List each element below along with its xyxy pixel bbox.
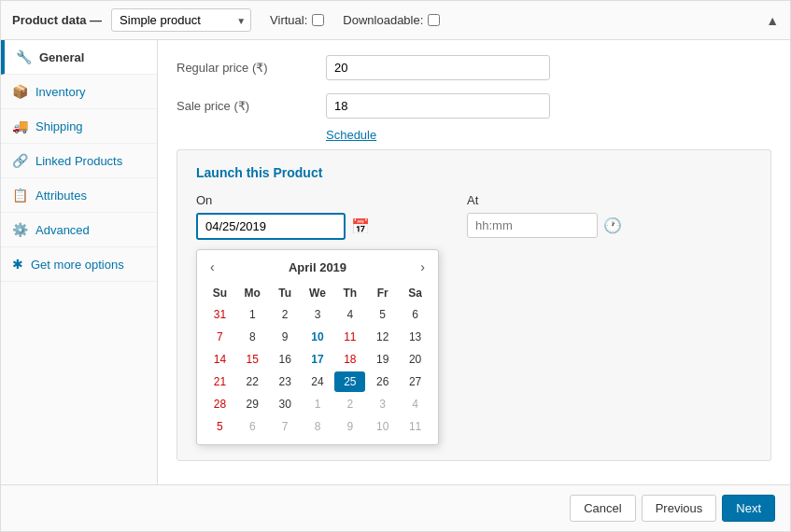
cal-day[interactable]: 16 bbox=[270, 349, 301, 370]
cal-day[interactable]: 10 bbox=[367, 416, 398, 437]
time-input-wrapper: 🕐 bbox=[467, 213, 624, 238]
cal-day[interactable]: 29 bbox=[237, 394, 268, 414]
inventory-icon: 📦 bbox=[12, 84, 28, 99]
cal-day[interactable]: 5 bbox=[367, 304, 398, 325]
next-button[interactable]: Next bbox=[722, 495, 775, 522]
day-header-su: Su bbox=[205, 284, 235, 302]
cal-day[interactable]: 4 bbox=[400, 394, 431, 414]
cal-day[interactable]: 9 bbox=[270, 327, 301, 347]
date-column: On 📅 ‹ April 2019 › bbox=[196, 193, 439, 445]
calendar-prev-btn[interactable]: ‹ bbox=[205, 258, 220, 276]
cal-day[interactable]: 6 bbox=[400, 304, 431, 325]
cal-day[interactable]: 1 bbox=[303, 394, 333, 414]
calendar-month-label: April 2019 bbox=[289, 260, 346, 274]
cal-day[interactable]: 17 bbox=[303, 349, 333, 370]
cal-day[interactable]: 9 bbox=[334, 416, 365, 437]
cal-day[interactable]: 31 bbox=[205, 304, 235, 325]
sidebar-item-inventory[interactable]: 📦 Inventory bbox=[1, 75, 157, 109]
cal-day[interactable]: 21 bbox=[205, 371, 235, 392]
cal-day[interactable]: 22 bbox=[237, 371, 268, 392]
sidebar-item-advanced[interactable]: ⚙️ Advanced bbox=[1, 213, 157, 247]
linked-products-icon: 🔗 bbox=[12, 153, 28, 168]
cal-day[interactable]: 13 bbox=[400, 327, 431, 347]
sidebar-item-shipping-label: Shipping bbox=[35, 119, 83, 133]
cal-day[interactable]: 1 bbox=[237, 304, 268, 325]
cal-day[interactable]: 8 bbox=[303, 416, 333, 437]
sidebar-item-linked-products[interactable]: 🔗 Linked Products bbox=[1, 144, 157, 178]
cal-day[interactable]: 19 bbox=[367, 349, 398, 370]
date-input[interactable] bbox=[196, 213, 346, 240]
cal-day[interactable]: 7 bbox=[205, 327, 235, 347]
cal-day[interactable]: 18 bbox=[334, 349, 365, 370]
product-type-select[interactable]: Simple product Variable product Grouped … bbox=[111, 8, 251, 32]
schedule-link[interactable]: Schedule bbox=[326, 128, 771, 142]
sidebar-item-general-label: General bbox=[39, 50, 84, 64]
calendar-next-btn[interactable]: › bbox=[415, 258, 431, 276]
sale-price-label: Sale price (₹) bbox=[177, 99, 326, 113]
cal-day-today[interactable]: 25 bbox=[334, 371, 365, 392]
sidebar-item-more-options-label: Get more options bbox=[31, 258, 124, 272]
calendar-grid: Su Mo Tu We Th Fr Sa 31 1 2 bbox=[205, 284, 431, 437]
cal-day[interactable]: 8 bbox=[237, 327, 268, 347]
sidebar-item-shipping[interactable]: 🚚 Shipping bbox=[1, 109, 157, 144]
date-input-wrapper: 📅 bbox=[196, 213, 439, 240]
time-column: At 🕐 bbox=[467, 193, 624, 238]
downloadable-checkbox[interactable] bbox=[428, 14, 440, 26]
virtual-checkbox[interactable] bbox=[312, 14, 324, 26]
cal-day[interactable]: 26 bbox=[367, 371, 398, 392]
cal-day[interactable]: 5 bbox=[205, 416, 235, 437]
cal-day[interactable]: 6 bbox=[237, 416, 268, 437]
cal-day[interactable]: 15 bbox=[237, 349, 268, 370]
cal-day[interactable]: 3 bbox=[367, 394, 398, 414]
product-data-label: Product data — bbox=[12, 13, 102, 27]
calendar-container: ‹ April 2019 › Su Mo Tu We Th bbox=[196, 249, 439, 445]
cal-day[interactable]: 4 bbox=[334, 304, 365, 325]
cal-day[interactable]: 27 bbox=[400, 371, 431, 392]
virtual-label: Virtual: bbox=[270, 13, 307, 27]
day-header-we: We bbox=[303, 284, 333, 302]
sidebar: 🔧 General 📦 Inventory 🚚 Shipping 🔗 Linke… bbox=[1, 40, 158, 484]
launch-section: Launch this Product On 📅 ‹ April 2019 bbox=[177, 149, 771, 461]
calendar-header: ‹ April 2019 › bbox=[205, 258, 431, 276]
expand-button[interactable]: ▲ bbox=[766, 13, 779, 28]
cal-day[interactable]: 11 bbox=[400, 416, 431, 437]
day-header-fr: Fr bbox=[367, 284, 398, 302]
cancel-button[interactable]: Cancel bbox=[570, 495, 635, 522]
sale-price-row: Sale price (₹) bbox=[177, 93, 771, 119]
day-header-th: Th bbox=[334, 284, 365, 302]
cal-day[interactable]: 20 bbox=[400, 349, 431, 370]
sale-price-input[interactable] bbox=[326, 93, 550, 119]
clock-icon-btn[interactable]: 🕐 bbox=[601, 215, 624, 236]
downloadable-group: Downloadable: bbox=[343, 13, 440, 27]
product-type-wrapper: Simple product Variable product Grouped … bbox=[111, 8, 251, 32]
cal-day[interactable]: 7 bbox=[270, 416, 301, 437]
sidebar-item-attributes[interactable]: 📋 Attributes bbox=[1, 178, 157, 213]
cal-day[interactable]: 2 bbox=[270, 304, 301, 325]
day-header-sa: Sa bbox=[400, 284, 431, 302]
calendar-icon-btn[interactable]: 📅 bbox=[349, 216, 372, 237]
product-data-header: Product data — Simple product Variable p… bbox=[1, 1, 790, 40]
regular-price-label: Regular price (₹) bbox=[177, 61, 326, 75]
cal-day[interactable]: 10 bbox=[303, 327, 333, 347]
cal-day[interactable]: 3 bbox=[303, 304, 333, 325]
cal-day[interactable]: 24 bbox=[303, 371, 333, 392]
sidebar-item-inventory-label: Inventory bbox=[35, 85, 85, 99]
sidebar-item-general[interactable]: 🔧 General bbox=[1, 40, 157, 75]
bottom-bar: Cancel Previous Next bbox=[1, 484, 790, 531]
cal-day[interactable]: 12 bbox=[367, 327, 398, 347]
cal-day[interactable]: 2 bbox=[334, 394, 365, 414]
cal-day[interactable]: 28 bbox=[205, 394, 235, 414]
cal-day[interactable]: 14 bbox=[205, 349, 235, 370]
previous-button[interactable]: Previous bbox=[642, 495, 717, 522]
cal-day[interactable]: 11 bbox=[334, 327, 365, 347]
cal-day[interactable]: 23 bbox=[270, 371, 301, 392]
regular-price-row: Regular price (₹) bbox=[177, 55, 771, 80]
sidebar-item-get-more-options[interactable]: ✱ Get more options bbox=[1, 247, 157, 282]
downloadable-label: Downloadable: bbox=[343, 13, 423, 27]
regular-price-input[interactable] bbox=[326, 55, 550, 80]
time-input[interactable] bbox=[467, 213, 598, 238]
datetime-row: On 📅 ‹ April 2019 › bbox=[196, 193, 752, 445]
cal-day[interactable]: 30 bbox=[270, 394, 301, 414]
general-icon: 🔧 bbox=[16, 49, 32, 64]
main-layout: 🔧 General 📦 Inventory 🚚 Shipping 🔗 Linke… bbox=[1, 40, 790, 484]
